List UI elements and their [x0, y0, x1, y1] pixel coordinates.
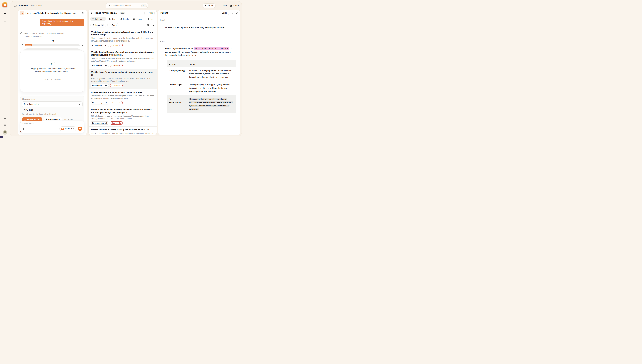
cram-button[interactable]: Cram — [107, 23, 118, 27]
main-shell: Medicine · by techjason ⌘ K Feedback Sav… — [10, 1, 242, 136]
overdue-badge: Overdue 2d — [110, 44, 122, 47]
settings-gear-icon[interactable] — [2, 116, 8, 121]
history-clock-icon[interactable] — [82, 12, 84, 14]
flashcard-list-item[interactable]: What is asterixis (flapping tremor) and … — [88, 126, 156, 135]
deck-page-tag: Respiratory.... p.5 — [91, 64, 109, 67]
list-title: Flashcards: Respir... — [94, 12, 118, 14]
overdue-badge: Overdue 2d — [110, 101, 122, 104]
overdue-badge: Overdue 2d — [110, 84, 122, 87]
editor-header: Editor Basic — [158, 10, 240, 16]
workspace-title[interactable]: Medicine — [19, 4, 28, 7]
table-handle-row[interactable] — [167, 60, 236, 62]
ask-ai-input-box[interactable]: Memo-1 — [20, 121, 84, 133]
flashcard-list-item[interactable]: What is Pemberton's sign and what does i… — [88, 89, 156, 106]
trash-icon[interactable] — [231, 12, 234, 14]
flashcard-list-item[interactable]: What is Horner's syndrome and what lung … — [88, 69, 156, 89]
new-chat-plus-icon[interactable] — [78, 12, 80, 14]
table-feature-cell[interactable]: Pathophysiology — [167, 67, 187, 81]
flashcards-list[interactable]: What does a bovine cough indicate, and h… — [88, 29, 156, 135]
table-feature-cell[interactable]: Clinical Signs — [167, 81, 187, 95]
flashcard-logo-icon: ✦ — [4, 4, 6, 6]
table-row[interactable]: Clinical Signs Ptosis (drooping of the u… — [167, 81, 236, 95]
top-bar: Medicine · by techjason ⌘ K Feedback Sav… — [10, 2, 242, 10]
folder-plus-icon — [24, 118, 26, 120]
new-plus-icon[interactable] — [2, 11, 8, 16]
flashcard-list-item[interactable]: What does a bovine cough indicate, and h… — [88, 29, 156, 49]
editor-body[interactable]: Front What is Horner's syndrome and what… — [158, 16, 240, 135]
flashcard-question: What does a bovine cough indicate, and h… — [91, 30, 154, 36]
added-count: 0 / 7 added — [64, 118, 74, 120]
card-counter: 1 / 7 — [20, 40, 84, 42]
answer-table[interactable]: Feature Details Pathophysiology Interrup… — [167, 60, 236, 113]
memo-logo-icon — [61, 128, 64, 130]
tab-list[interactable]: List — [108, 17, 116, 21]
attach-plus-icon[interactable] — [22, 128, 25, 130]
table-header-row[interactable]: Feature Details — [167, 62, 236, 67]
chevron-down-icon — [73, 128, 75, 130]
deck-note: We will save the flashcards into this de… — [22, 113, 82, 115]
table-feature-cell[interactable]: Key Associations — [167, 95, 187, 113]
theme-sun-icon[interactable] — [2, 122, 8, 127]
app-logo[interactable]: ✦ — [2, 2, 8, 8]
search-icon — [108, 4, 110, 7]
overdue-badge: Overdue 2d — [110, 64, 122, 67]
table-details-cell[interactable]: Often associated with specific neurologi… — [187, 95, 236, 113]
tab-toggle[interactable]: Toggle — [119, 17, 130, 21]
flashcard-list-item[interactable]: What is the significance of central cyan… — [88, 49, 156, 69]
sort-icon[interactable] — [152, 24, 155, 26]
front-text[interactable]: What is Horner's syndrome and what lung … — [165, 26, 240, 28]
title-separator: · — [29, 4, 30, 7]
graduation-cap-icon — [92, 24, 94, 26]
back-text[interactable]: Horner's syndrome consists of miosis, pa… — [165, 47, 234, 57]
agent-step-read: Read content from page 5 from Respirator… — [20, 32, 84, 34]
learn-button[interactable]: Learn 5 — [90, 23, 106, 27]
progress-bar[interactable] — [25, 44, 80, 46]
deck-select[interactable]: New flashcard set — [22, 102, 82, 107]
table-header-details: Details — [187, 62, 236, 67]
new-card-button[interactable]: New — [144, 11, 154, 15]
prev-chevron-icon[interactable] — [21, 44, 23, 46]
search-shortcut-badge: ⌘ K — [142, 4, 147, 7]
table-row[interactable]: Pathophysiology Interruption of the symp… — [167, 67, 236, 81]
deck-page-tag: Respiratory.... p.5 — [91, 84, 109, 87]
feedback-button[interactable]: Feedback — [203, 4, 216, 8]
tab-flip[interactable]: Flip — [146, 17, 154, 21]
flashcard-question: What is Horner's syndrome and what lung … — [91, 71, 154, 76]
view-tabs: Column List Toggle Typing Flip — [88, 16, 156, 22]
card-count-badge: 131 — [120, 12, 125, 14]
tab-column[interactable]: Column — [90, 17, 106, 21]
share-button[interactable]: Share — [230, 4, 239, 7]
flashcards-list-panel: Flashcards: Respir... 131 New Column Lis… — [88, 10, 157, 135]
flashcard-answer-snippet: Horner's syndrome consists of miosis, pa… — [91, 77, 154, 82]
overdue-badge: Overdue 2d — [110, 122, 122, 124]
flashcard-list-item[interactable]: What are the causes of clubbing related … — [88, 106, 156, 126]
table-details-cell[interactable]: Ptosis (drooping of the upper eyelid), m… — [187, 81, 236, 95]
front-label: Front — [160, 19, 240, 21]
search-cards-icon[interactable] — [147, 24, 150, 26]
home-icon[interactable] — [2, 18, 8, 23]
collapse-panel-icon[interactable] — [236, 12, 238, 14]
sparkle-icon — [20, 11, 24, 15]
plus-icon — [146, 12, 148, 14]
user-avatar[interactable] — [3, 130, 7, 135]
global-search[interactable]: ⌘ K — [106, 3, 148, 8]
chat-panel: Creating Table Flashcards for Respirator… — [18, 10, 87, 135]
card-pager — [20, 44, 84, 46]
deck-option-new[interactable]: New deck — [22, 107, 82, 111]
saved-status: Saved — [218, 4, 227, 7]
send-button[interactable] — [78, 126, 82, 131]
table-row[interactable]: Key Associations Often associated with s… — [167, 95, 236, 113]
chat-body: Create table flashcards on page 5 of res… — [18, 16, 87, 135]
next-chevron-icon[interactable] — [81, 44, 83, 46]
table-details-cell[interactable]: Interruption of the sympathetic pathway … — [187, 67, 236, 81]
ask-ai-input[interactable] — [22, 122, 82, 125]
card-type-button[interactable]: Basic — [220, 11, 229, 15]
sidebar-toggle-icon[interactable] — [14, 4, 16, 7]
tab-typing[interactable]: Typing — [132, 17, 143, 21]
model-selector[interactable]: Memo-1 — [60, 126, 76, 131]
app-rail: ✦ — [0, 0, 10, 138]
agent-step-created: Created 7 flashcards — [20, 36, 84, 38]
back-arrow-icon[interactable] — [90, 12, 93, 14]
search-input[interactable] — [112, 4, 142, 7]
flashcard-preview[interactable]: p.5 During a general respiratory examina… — [20, 51, 84, 92]
